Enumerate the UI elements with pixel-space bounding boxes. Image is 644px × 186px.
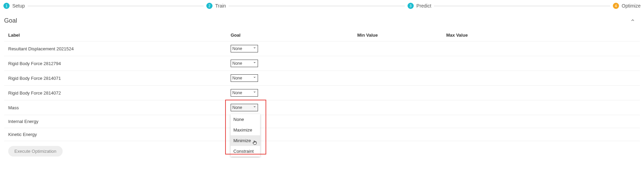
row-label: Rigid Body Force 2814071 xyxy=(8,76,231,81)
row-label: Internal Energy xyxy=(8,119,231,124)
step-line xyxy=(229,6,404,6)
goal-table: Label Goal Min Value Max Value Resultant… xyxy=(4,29,640,141)
col-header-label: Label xyxy=(8,33,231,38)
collapse-toggle[interactable] xyxy=(630,18,640,24)
row-goal-cell: None xyxy=(231,74,357,82)
row-goal-cell: None xyxy=(231,60,357,67)
goal-select-value: None xyxy=(232,76,242,80)
goal-select-value: None xyxy=(232,90,242,95)
row-goal-cell: None xyxy=(231,45,357,52)
step-circle-1: 1 xyxy=(3,3,10,9)
step-circle-4: 4 xyxy=(613,3,619,9)
goal-select[interactable]: None xyxy=(231,89,258,97)
row-goal-cell: None xyxy=(231,89,357,97)
table-row: Resultant Displacement 2021524 None xyxy=(4,41,640,56)
goal-section: Goal Label Goal Min Value Max Value Resu… xyxy=(0,12,644,158)
col-header-max: Max Value xyxy=(446,33,636,38)
dropdown-option-minimize[interactable]: Minimize xyxy=(231,135,260,146)
col-header-goal: Goal xyxy=(231,33,357,38)
dropdown-option-maximize[interactable]: Maximize xyxy=(231,125,260,135)
row-label: Rigid Body Force 2812794 xyxy=(8,61,231,66)
goal-select-value: None xyxy=(232,105,242,110)
row-goal-cell: None None Maximize Minimize Constraint xyxy=(231,104,357,111)
section-title: Goal xyxy=(4,17,17,24)
table-row-mass: Mass None None Maximize Minimize Constra… xyxy=(4,100,640,115)
goal-select[interactable]: None xyxy=(231,74,258,82)
col-header-min: Min Value xyxy=(357,33,446,38)
table-row: Rigid Body Force 2814071 None xyxy=(4,71,640,86)
stepper: 1 Setup 2 Train 3 Predict 4 Optimize xyxy=(0,0,644,12)
row-label: Rigid Body Force 2814072 xyxy=(8,90,231,96)
table-row: Kinetic Energy xyxy=(4,128,640,141)
step-label-train: Train xyxy=(215,3,226,9)
step-optimize[interactable]: 4 Optimize xyxy=(613,3,641,9)
dropdown-option-none[interactable]: None xyxy=(231,114,260,125)
table-header: Label Goal Min Value Max Value xyxy=(4,29,640,41)
step-line xyxy=(434,6,610,6)
row-label: Mass xyxy=(8,105,231,110)
execute-optimization-button[interactable]: Execute Optimization xyxy=(8,146,63,157)
row-label: Resultant Displacement 2021524 xyxy=(8,46,231,51)
goal-select-mass[interactable]: None xyxy=(231,104,258,111)
step-line xyxy=(28,6,204,6)
step-label-setup: Setup xyxy=(12,3,25,9)
dropdown-option-constraint[interactable]: Constraint xyxy=(231,146,260,157)
step-circle-3: 3 xyxy=(408,3,414,9)
row-label: Kinetic Energy xyxy=(8,132,231,137)
table-row: Rigid Body Force 2814072 None xyxy=(4,86,640,100)
chevron-up-icon xyxy=(630,18,635,23)
section-header: Goal xyxy=(4,17,640,24)
step-predict[interactable]: 3 Predict xyxy=(408,3,432,9)
goal-select-value: None xyxy=(232,46,242,51)
step-setup[interactable]: 1 Setup xyxy=(3,3,25,9)
step-label-optimize: Optimize xyxy=(622,3,641,9)
goal-select[interactable]: None xyxy=(231,45,258,52)
step-circle-2: 2 xyxy=(206,3,212,9)
step-label-predict: Predict xyxy=(416,3,432,9)
goal-select-value: None xyxy=(232,61,242,66)
table-row: Rigid Body Force 2812794 None xyxy=(4,56,640,71)
step-train[interactable]: 2 Train xyxy=(206,3,226,9)
table-row: Internal Energy xyxy=(4,115,640,128)
goal-select[interactable]: None xyxy=(231,60,258,67)
goal-dropdown: None Maximize Minimize Constraint xyxy=(231,114,260,157)
